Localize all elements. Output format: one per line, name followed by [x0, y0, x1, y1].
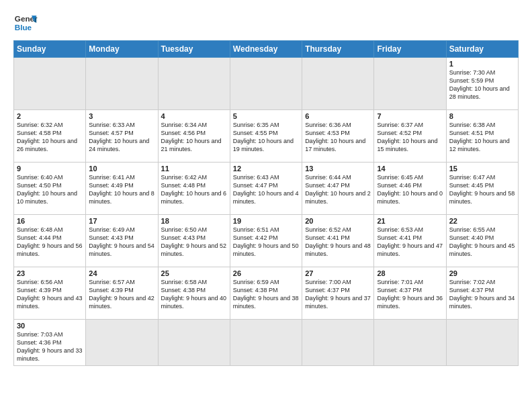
day-info: Sunrise: 7:02 AM Sunset: 4:37 PM Dayligh… [449, 278, 515, 311]
day-info: Sunrise: 6:42 AM Sunset: 4:48 PM Dayligh… [161, 173, 227, 206]
calendar-day: 7Sunrise: 6:37 AM Sunset: 4:52 PM Daylig… [374, 110, 446, 163]
day-header-friday: Friday [374, 41, 446, 58]
day-number: 20 [305, 217, 371, 225]
calendar-day [302, 320, 374, 366]
calendar-day [86, 58, 158, 110]
calendar-day: 29Sunrise: 7:02 AM Sunset: 4:37 PM Dayli… [446, 267, 518, 320]
calendar-day: 21Sunrise: 6:53 AM Sunset: 4:41 PM Dayli… [374, 215, 446, 267]
calendar-week-row: 30Sunrise: 7:03 AM Sunset: 4:36 PM Dayli… [14, 320, 519, 366]
day-info: Sunrise: 6:50 AM Sunset: 4:43 PM Dayligh… [161, 226, 227, 259]
calendar-day [374, 320, 446, 366]
day-info: Sunrise: 6:41 AM Sunset: 4:49 PM Dayligh… [89, 173, 154, 206]
day-info: Sunrise: 6:36 AM Sunset: 4:53 PM Dayligh… [305, 121, 371, 154]
calendar-day: 24Sunrise: 6:57 AM Sunset: 4:39 PM Dayli… [86, 267, 158, 320]
calendar-day [374, 58, 446, 110]
day-number: 21 [377, 217, 443, 225]
day-info: Sunrise: 6:49 AM Sunset: 4:43 PM Dayligh… [89, 226, 154, 259]
calendar-day: 26Sunrise: 6:59 AM Sunset: 4:38 PM Dayli… [230, 267, 302, 320]
calendar-day: 22Sunrise: 6:55 AM Sunset: 4:40 PM Dayli… [446, 215, 518, 267]
calendar-week-row: 1Sunrise: 7:30 AM Sunset: 5:59 PM Daylig… [14, 58, 519, 110]
calendar-header-row: SundayMondayTuesdayWednesdayThursdayFrid… [14, 41, 519, 58]
calendar-day: 27Sunrise: 7:00 AM Sunset: 4:37 PM Dayli… [302, 267, 374, 320]
day-number: 28 [377, 269, 443, 277]
svg-text:Blue: Blue [15, 23, 32, 32]
day-number: 19 [233, 217, 299, 225]
day-number: 13 [305, 165, 371, 173]
day-header-tuesday: Tuesday [158, 41, 230, 58]
day-header-wednesday: Wednesday [230, 41, 302, 58]
day-number: 6 [305, 112, 371, 120]
day-number: 23 [17, 269, 83, 277]
day-number: 9 [17, 165, 83, 173]
day-number: 25 [161, 269, 227, 277]
day-number: 2 [17, 112, 83, 120]
day-info: Sunrise: 7:01 AM Sunset: 4:37 PM Dayligh… [377, 278, 443, 311]
calendar-day: 30Sunrise: 7:03 AM Sunset: 4:36 PM Dayli… [14, 320, 86, 366]
calendar-day [302, 58, 374, 110]
day-number: 7 [377, 112, 443, 120]
day-number: 3 [89, 112, 154, 120]
calendar-day: 9Sunrise: 6:40 AM Sunset: 4:50 PM Daylig… [14, 163, 86, 215]
day-info: Sunrise: 6:47 AM Sunset: 4:45 PM Dayligh… [449, 173, 515, 206]
day-info: Sunrise: 6:43 AM Sunset: 4:47 PM Dayligh… [233, 173, 299, 206]
header: General Blue [13, 11, 519, 35]
calendar-day [158, 320, 230, 366]
day-header-saturday: Saturday [446, 41, 518, 58]
calendar-day: 28Sunrise: 7:01 AM Sunset: 4:37 PM Dayli… [374, 267, 446, 320]
day-info: Sunrise: 6:51 AM Sunset: 4:42 PM Dayligh… [233, 226, 299, 259]
day-info: Sunrise: 6:37 AM Sunset: 4:52 PM Dayligh… [377, 121, 443, 154]
day-number: 30 [17, 322, 83, 330]
day-number: 8 [449, 112, 515, 120]
calendar-day: 2Sunrise: 6:32 AM Sunset: 4:58 PM Daylig… [14, 110, 86, 163]
day-number: 4 [161, 112, 227, 120]
day-info: Sunrise: 7:00 AM Sunset: 4:37 PM Dayligh… [305, 278, 371, 311]
calendar-week-row: 9Sunrise: 6:40 AM Sunset: 4:50 PM Daylig… [14, 163, 519, 215]
day-number: 29 [449, 269, 515, 277]
calendar-day: 25Sunrise: 6:58 AM Sunset: 4:38 PM Dayli… [158, 267, 230, 320]
day-info: Sunrise: 6:33 AM Sunset: 4:57 PM Dayligh… [89, 121, 154, 154]
day-info: Sunrise: 6:44 AM Sunset: 4:47 PM Dayligh… [305, 173, 371, 206]
calendar-day: 8Sunrise: 6:38 AM Sunset: 4:51 PM Daylig… [446, 110, 518, 163]
calendar-day: 10Sunrise: 6:41 AM Sunset: 4:49 PM Dayli… [86, 163, 158, 215]
calendar-day: 17Sunrise: 6:49 AM Sunset: 4:43 PM Dayli… [86, 215, 158, 267]
calendar-day: 5Sunrise: 6:35 AM Sunset: 4:55 PM Daylig… [230, 110, 302, 163]
calendar-day: 19Sunrise: 6:51 AM Sunset: 4:42 PM Dayli… [230, 215, 302, 267]
day-number: 5 [233, 112, 299, 120]
calendar-day: 11Sunrise: 6:42 AM Sunset: 4:48 PM Dayli… [158, 163, 230, 215]
day-info: Sunrise: 6:34 AM Sunset: 4:56 PM Dayligh… [161, 121, 227, 154]
calendar-day: 18Sunrise: 6:50 AM Sunset: 4:43 PM Dayli… [158, 215, 230, 267]
logo-icon: General Blue [13, 11, 38, 35]
calendar-day: 20Sunrise: 6:52 AM Sunset: 4:41 PM Dayli… [302, 215, 374, 267]
calendar-table: SundayMondayTuesdayWednesdayThursdayFrid… [13, 40, 519, 366]
page: General Blue SundayMondayTuesdayWednesda… [0, 0, 532, 411]
calendar-day [230, 58, 302, 110]
day-number: 16 [17, 217, 83, 225]
day-info: Sunrise: 6:59 AM Sunset: 4:38 PM Dayligh… [233, 278, 299, 311]
day-info: Sunrise: 6:38 AM Sunset: 4:51 PM Dayligh… [449, 121, 515, 154]
day-info: Sunrise: 6:35 AM Sunset: 4:55 PM Dayligh… [233, 121, 299, 154]
calendar-week-row: 2Sunrise: 6:32 AM Sunset: 4:58 PM Daylig… [14, 110, 519, 163]
calendar-day: 6Sunrise: 6:36 AM Sunset: 4:53 PM Daylig… [302, 110, 374, 163]
day-info: Sunrise: 6:52 AM Sunset: 4:41 PM Dayligh… [305, 226, 371, 259]
calendar-day [230, 320, 302, 366]
day-header-sunday: Sunday [14, 41, 86, 58]
calendar-week-row: 16Sunrise: 6:48 AM Sunset: 4:44 PM Dayli… [14, 215, 519, 267]
calendar-day: 12Sunrise: 6:43 AM Sunset: 4:47 PM Dayli… [230, 163, 302, 215]
calendar-day: 3Sunrise: 6:33 AM Sunset: 4:57 PM Daylig… [86, 110, 158, 163]
day-info: Sunrise: 6:55 AM Sunset: 4:40 PM Dayligh… [449, 226, 515, 259]
calendar-day: 14Sunrise: 6:45 AM Sunset: 4:46 PM Dayli… [374, 163, 446, 215]
calendar-day: 16Sunrise: 6:48 AM Sunset: 4:44 PM Dayli… [14, 215, 86, 267]
day-number: 12 [233, 165, 299, 173]
day-info: Sunrise: 6:53 AM Sunset: 4:41 PM Dayligh… [377, 226, 443, 259]
day-info: Sunrise: 6:57 AM Sunset: 4:39 PM Dayligh… [89, 278, 154, 311]
day-number: 27 [305, 269, 371, 277]
calendar-day: 1Sunrise: 7:30 AM Sunset: 5:59 PM Daylig… [446, 58, 518, 110]
calendar-week-row: 23Sunrise: 6:56 AM Sunset: 4:39 PM Dayli… [14, 267, 519, 320]
day-info: Sunrise: 7:30 AM Sunset: 5:59 PM Dayligh… [449, 68, 515, 101]
day-info: Sunrise: 6:48 AM Sunset: 4:44 PM Dayligh… [17, 226, 83, 259]
calendar-day [446, 320, 518, 366]
day-number: 24 [89, 269, 154, 277]
calendar-day: 15Sunrise: 6:47 AM Sunset: 4:45 PM Dayli… [446, 163, 518, 215]
logo: General Blue [13, 11, 38, 35]
day-info: Sunrise: 6:58 AM Sunset: 4:38 PM Dayligh… [161, 278, 227, 311]
